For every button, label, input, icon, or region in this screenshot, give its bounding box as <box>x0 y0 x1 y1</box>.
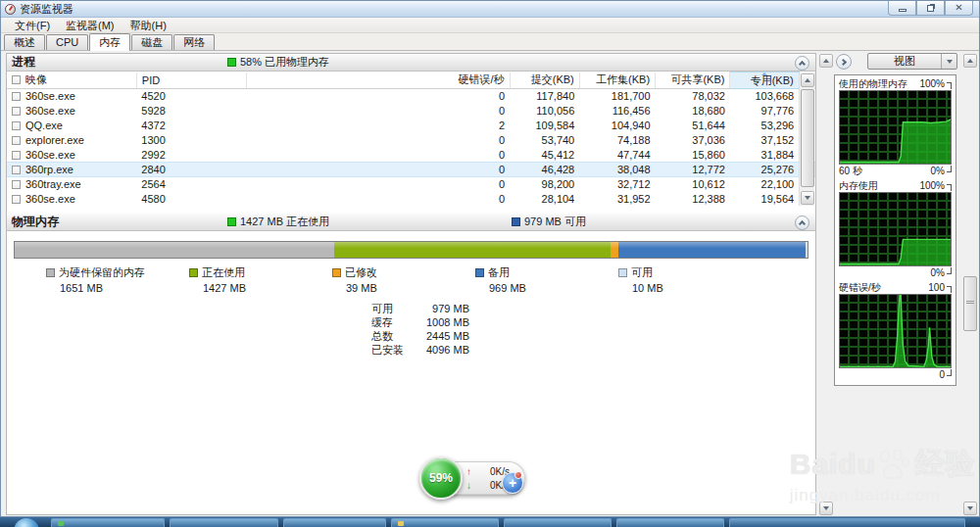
memory-collapse-button[interactable] <box>795 216 809 230</box>
process-section-header[interactable]: 进程 58% 已用物理内存 <box>7 54 815 72</box>
memory-section-header[interactable]: 物理内存 1427 MB 正在使用 979 MB 可用 <box>7 214 815 231</box>
scroll-up-button[interactable] <box>963 54 977 68</box>
legend-label: 可用 <box>631 265 653 280</box>
main-scrollbar[interactable] <box>818 53 833 516</box>
taskbar-button[interactable] <box>391 518 499 527</box>
process-table: 映像PID硬错误/秒提交(KB)工作集(KB)可共享(KB)专用(KB) 360… <box>7 72 815 207</box>
arrow-down-icon <box>967 506 973 510</box>
process-row[interactable]: 360se.exe45200117,840181,70078,032103,66… <box>7 89 815 104</box>
scrollbar-thumb[interactable] <box>801 89 814 187</box>
process-hard-faults: 0 <box>246 133 510 148</box>
restore-icon <box>927 5 934 12</box>
column-header-3[interactable]: 硬错误/秒 <box>246 72 510 89</box>
column-header-6[interactable]: 可共享(KB) <box>656 72 730 89</box>
process-section-title: 进程 <box>7 54 227 71</box>
graphs-toolbar: 视图 <box>834 53 959 72</box>
process-row[interactable]: 360se.exe2992045,41247,74415,86031,884 <box>7 148 815 163</box>
graph-max-label: 100% <box>919 78 945 89</box>
scroll-up-button[interactable] <box>801 73 814 87</box>
minimize-icon <box>899 9 906 12</box>
close-button[interactable]: ✕ <box>945 1 973 16</box>
checkbox[interactable] <box>12 75 21 84</box>
taskbar-button[interactable] <box>616 518 724 527</box>
process-row[interactable]: 360se.exe59280110,056116,45618,68097,776 <box>7 104 815 119</box>
checkbox[interactable] <box>12 180 21 189</box>
taskbar-button[interactable] <box>729 518 965 527</box>
taskbar-button[interactable] <box>170 518 278 527</box>
graph-plot <box>839 192 952 266</box>
process-image: 360se.exe <box>7 104 136 119</box>
column-header-1[interactable]: 映像 <box>7 72 136 89</box>
checkbox[interactable] <box>12 107 21 116</box>
checkbox[interactable] <box>12 195 21 204</box>
process-working-set: 38,048 <box>579 163 655 177</box>
checkbox[interactable] <box>12 121 21 130</box>
column-header-7[interactable]: 专用(KB) <box>730 72 799 89</box>
process-collapse-button[interactable] <box>795 56 809 71</box>
process-row[interactable]: 360rp.exe2840046,42838,04812,77225,276 <box>7 163 815 177</box>
memory-usage-ball[interactable]: 59% <box>419 456 463 500</box>
chevron-up-icon <box>799 220 806 227</box>
process-table-scrollbar[interactable] <box>799 72 814 206</box>
process-image: 360rp.exe <box>7 163 136 177</box>
tab-磁盘[interactable]: 磁盘 <box>131 34 172 50</box>
taskbar[interactable] <box>0 517 980 527</box>
minimize-button[interactable] <box>888 1 916 16</box>
legend-label: 为硬件保留的内存 <box>59 265 145 280</box>
panel-collapse-button[interactable] <box>836 54 852 70</box>
graph-3: 硬错误/秒1000 <box>839 281 952 381</box>
taskbar-button[interactable] <box>283 518 386 527</box>
graph-plot <box>839 294 952 368</box>
panel-scrollbar[interactable] <box>962 53 978 516</box>
start-orb[interactable] <box>14 518 39 527</box>
memory-inuse-text: 1427 MB 正在使用 <box>240 215 329 229</box>
process-private: 97,776 <box>730 104 799 119</box>
arrow-up-icon <box>823 59 829 63</box>
process-private: 22,100 <box>730 177 799 192</box>
tab-CPU[interactable]: CPU <box>46 34 88 50</box>
speedball-widget[interactable]: ↑ 0K/s ↓ 0K/s + 59% <box>419 456 527 500</box>
graph-title: 内存使用 <box>839 179 878 193</box>
scrollbar-thumb[interactable] <box>963 276 977 331</box>
process-row[interactable]: QQ.exe43722109,584104,94051,64453,296 <box>7 119 815 133</box>
menu-item-帮[interactable]: 帮助(H) <box>122 18 174 33</box>
menu-item-监[interactable]: 监视器(M) <box>58 18 122 33</box>
checkbox[interactable] <box>12 166 21 174</box>
legend-label: 正在使用 <box>202 265 245 280</box>
scroll-down-button[interactable] <box>819 502 833 515</box>
taskbar-button[interactable] <box>504 518 612 527</box>
checkbox[interactable] <box>12 92 21 101</box>
arrow-up-icon <box>805 78 810 82</box>
checkbox[interactable] <box>12 151 21 160</box>
process-private: 103,668 <box>730 89 799 104</box>
column-header-2[interactable]: PID <box>136 72 246 89</box>
legend-label: 备用 <box>488 265 510 280</box>
restore-button[interactable] <box>916 1 945 16</box>
process-row[interactable]: 360tray.exe2564098,20032,71210,61222,100 <box>7 177 815 192</box>
tab-概述[interactable]: 概述 <box>4 34 45 50</box>
taskbar-button[interactable] <box>51 518 165 527</box>
view-dropdown[interactable] <box>941 54 956 69</box>
process-shareable: 51,644 <box>656 119 730 133</box>
tab-内存[interactable]: 内存 <box>89 33 130 51</box>
column-header-5[interactable]: 工作集(KB) <box>579 72 655 89</box>
process-pid: 5928 <box>136 104 246 119</box>
view-button[interactable]: 视图 <box>867 53 957 70</box>
process-row[interactable]: 360se.exe4580028,10431,95212,38819,564 <box>7 192 815 207</box>
column-header-4[interactable]: 提交(KB) <box>510 72 579 89</box>
process-status-text: 58% 已用物理内存 <box>240 55 329 70</box>
process-row[interactable]: explorer.exe1300053,74074,18837,03637,15… <box>7 133 815 148</box>
memory-available-status: 979 MB 可用 <box>512 215 586 229</box>
process-pid: 2564 <box>136 177 246 192</box>
checkbox[interactable] <box>12 136 21 145</box>
scroll-up-button[interactable] <box>819 54 833 68</box>
scroll-down-button[interactable] <box>963 502 977 515</box>
menu-item-文[interactable]: 文件(F) <box>7 18 58 33</box>
process-working-set: 31,952 <box>579 192 655 207</box>
scroll-down-button[interactable] <box>801 191 814 205</box>
titlebar[interactable]: 资源监视器 ✕ <box>1 1 979 18</box>
tab-网络[interactable]: 网络 <box>173 34 215 50</box>
accelerate-button[interactable]: + <box>502 472 523 494</box>
grip-icon <box>966 301 974 304</box>
process-commit: 45,412 <box>510 148 579 163</box>
